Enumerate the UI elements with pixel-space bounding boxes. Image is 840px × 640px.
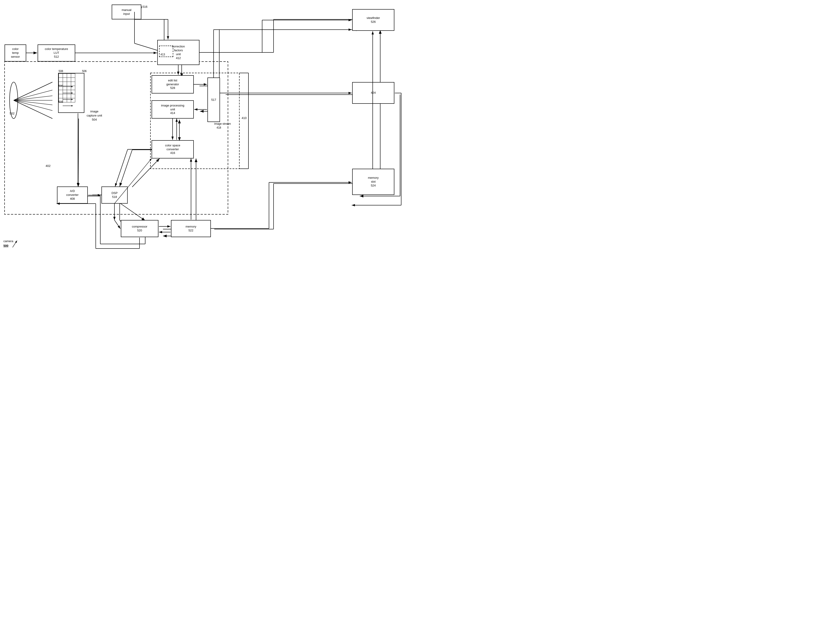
image-capture-label: imagecapture unit504 — [86, 109, 102, 122]
image-proc-num: 414 — [170, 111, 175, 115]
svg-line-86 — [115, 149, 128, 187]
compressor-label: compressor — [132, 225, 147, 229]
num-508c: 508 — [59, 100, 63, 104]
correction-inner-num: 413 — [160, 53, 165, 56]
manual-input-num-label: 516 — [142, 5, 147, 8]
svg-line-58 — [14, 90, 53, 100]
viewfinder-label: viewfinder — [367, 16, 380, 20]
block-517: 517 — [208, 77, 220, 122]
diagram: colortempsensor color temperatureLUT 512… — [0, 0, 420, 320]
ad-converter-num: 408 — [70, 197, 75, 201]
color-temp-sensor-label: colortempsensor — [11, 47, 20, 59]
dsp-label: DSP — [112, 191, 118, 195]
viewfinder-block: viewfinder 526 — [352, 9, 394, 31]
color-space-block: color spaceconverter 416 — [152, 140, 194, 158]
correction-inner-block: 413 — [159, 46, 173, 57]
svg-line-89 — [115, 220, 120, 229]
svg-line-62 — [14, 100, 53, 110]
color-temp-lut-block: color temperatureLUT 512 — [38, 45, 75, 62]
svg-line-19 — [219, 19, 360, 30]
compressor-block: compressor 520 — [121, 220, 158, 237]
edit-list-num: 528 — [170, 86, 175, 90]
svg-line-22 — [120, 150, 132, 187]
color-space-num: 416 — [170, 151, 175, 155]
image-proc-label: image processingunit — [161, 104, 184, 112]
color-space-label: color spaceconverter — [165, 144, 180, 151]
num-402: 402 — [46, 164, 51, 168]
compressor-num: 520 — [137, 229, 142, 232]
memory-num: 522 — [188, 229, 193, 232]
ad-converter-block: A/Dconverter 408 — [57, 187, 88, 203]
color-temp-sensor-block: colortempsensor — [5, 45, 26, 62]
ad-converter-label: A/Dconverter — [66, 189, 78, 197]
memory-label: memory — [185, 225, 196, 229]
image-stream-label: image stream 418 — [214, 122, 231, 130]
dsp-block: DSP 518 — [101, 187, 128, 203]
memory-slot-block: memoryslot 524 — [352, 169, 394, 195]
correction-factors-label: correctionfactorsunit — [172, 45, 185, 56]
svg-line-49 — [120, 203, 145, 221]
svg-line-59 — [14, 96, 53, 100]
edit-list-generator-block: edit listgenerator 528 — [152, 75, 194, 93]
num-506: 506 — [82, 70, 86, 73]
viewfinder-num: 526 — [371, 20, 376, 24]
svg-line-63 — [14, 100, 53, 118]
manual-input-label: manualinput — [122, 8, 131, 16]
num-508a: 508 — [59, 70, 63, 73]
manual-input-block: manualinput — [112, 5, 141, 19]
num-508b: 508 — [59, 84, 63, 88]
camera-text: camera — [3, 239, 13, 243]
block-424-label: 424 — [371, 91, 376, 95]
image-proc-block: image processingunit 414 — [152, 100, 194, 118]
camera-num: 500 — [3, 243, 13, 248]
memory-slot-label: memoryslot — [368, 176, 378, 184]
correction-factors-num: 412 — [176, 56, 181, 60]
camera-label-group: camera 500 — [3, 239, 13, 248]
svg-line-43 — [78, 118, 79, 187]
num-502: 502 — [10, 112, 14, 115]
color-temp-lut-num: 512 — [54, 55, 59, 59]
memory-slot-num: 524 — [371, 184, 376, 188]
color-temp-lut-label: color temperatureLUT — [45, 47, 68, 55]
block-517-label: 517 — [211, 98, 216, 101]
block-424: 424 — [352, 82, 394, 104]
num-410: 410 — [242, 116, 247, 120]
sensor-grid — [58, 73, 84, 113]
memory-block: memory 522 — [171, 220, 211, 237]
svg-line-57 — [14, 82, 53, 100]
svg-line-28 — [132, 158, 160, 187]
edit-list-label: edit listgenerator — [166, 78, 179, 86]
dsp-num: 518 — [112, 195, 117, 199]
svg-line-61 — [14, 100, 53, 105]
